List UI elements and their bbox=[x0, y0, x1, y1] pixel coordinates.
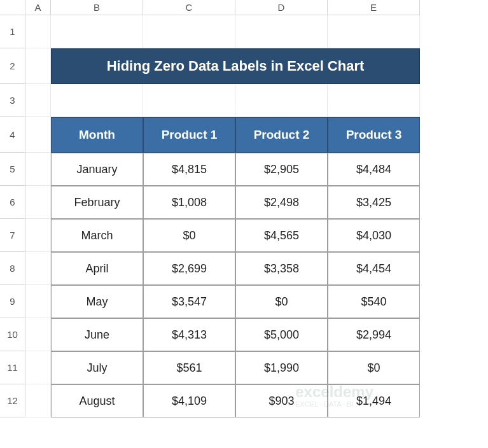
cell-a10[interactable] bbox=[25, 318, 51, 351]
cell-c7[interactable]: $0 bbox=[143, 219, 235, 252]
cell-d1[interactable] bbox=[235, 15, 328, 48]
row-header-10[interactable]: 10 bbox=[0, 318, 25, 351]
cell-a2[interactable] bbox=[25, 48, 51, 84]
cell-c9[interactable]: $3,547 bbox=[143, 285, 235, 318]
row-header-1[interactable]: 1 bbox=[0, 15, 25, 48]
cell-e11[interactable]: $0 bbox=[328, 351, 420, 384]
col-header-c[interactable]: C bbox=[143, 0, 235, 15]
cell-e5[interactable]: $4,484 bbox=[328, 153, 420, 186]
table-header-product1[interactable]: Product 1 bbox=[143, 117, 235, 153]
cell-d6[interactable]: $2,498 bbox=[235, 186, 328, 219]
row-header-4[interactable]: 4 bbox=[0, 117, 25, 153]
col-header-b[interactable]: B bbox=[51, 0, 143, 15]
cell-a12[interactable] bbox=[25, 384, 51, 417]
table-header-month[interactable]: Month bbox=[51, 117, 143, 153]
cell-a4[interactable] bbox=[25, 117, 51, 153]
cell-d12[interactable]: $903 bbox=[235, 384, 328, 417]
cell-c10[interactable]: $4,313 bbox=[143, 318, 235, 351]
row-header-11[interactable]: 11 bbox=[0, 351, 25, 384]
cell-d7[interactable]: $4,565 bbox=[235, 219, 328, 252]
cell-d10[interactable]: $5,000 bbox=[235, 318, 328, 351]
cell-d9[interactable]: $0 bbox=[235, 285, 328, 318]
row-header-2[interactable]: 2 bbox=[0, 48, 25, 84]
table-header-product3[interactable]: Product 3 bbox=[328, 117, 420, 153]
cell-d11[interactable]: $1,990 bbox=[235, 351, 328, 384]
row-header-12[interactable]: 12 bbox=[0, 384, 25, 417]
cell-e10[interactable]: $2,994 bbox=[328, 318, 420, 351]
cell-a11[interactable] bbox=[25, 351, 51, 384]
cell-c12[interactable]: $4,109 bbox=[143, 384, 235, 417]
cell-e7[interactable]: $4,030 bbox=[328, 219, 420, 252]
spreadsheet-grid: A B C D E 1 2 Hiding Zero Data Labels in… bbox=[0, 0, 488, 417]
title-banner[interactable]: Hiding Zero Data Labels in Excel Chart bbox=[51, 48, 420, 84]
cell-b3[interactable] bbox=[51, 84, 143, 117]
row-header-8[interactable]: 8 bbox=[0, 252, 25, 285]
cell-e9[interactable]: $540 bbox=[328, 285, 420, 318]
cell-c8[interactable]: $2,699 bbox=[143, 252, 235, 285]
cell-a5[interactable] bbox=[25, 153, 51, 186]
cell-c6[interactable]: $1,008 bbox=[143, 186, 235, 219]
cell-a1[interactable] bbox=[25, 15, 51, 48]
row-header-5[interactable]: 5 bbox=[0, 153, 25, 186]
cell-c1[interactable] bbox=[143, 15, 235, 48]
cell-b12[interactable]: August bbox=[51, 384, 143, 417]
cell-a9[interactable] bbox=[25, 285, 51, 318]
cell-b1[interactable] bbox=[51, 15, 143, 48]
cell-e1[interactable] bbox=[328, 15, 420, 48]
select-all-corner[interactable] bbox=[0, 0, 25, 15]
cell-c11[interactable]: $561 bbox=[143, 351, 235, 384]
cell-b5[interactable]: January bbox=[51, 153, 143, 186]
row-header-6[interactable]: 6 bbox=[0, 186, 25, 219]
col-header-e[interactable]: E bbox=[328, 0, 420, 15]
cell-c5[interactable]: $4,815 bbox=[143, 153, 235, 186]
cell-a7[interactable] bbox=[25, 219, 51, 252]
cell-b8[interactable]: April bbox=[51, 252, 143, 285]
cell-b10[interactable]: June bbox=[51, 318, 143, 351]
cell-b11[interactable]: July bbox=[51, 351, 143, 384]
cell-d8[interactable]: $3,358 bbox=[235, 252, 328, 285]
table-header-product2[interactable]: Product 2 bbox=[235, 117, 328, 153]
cell-e12[interactable]: $1,494 bbox=[328, 384, 420, 417]
col-header-a[interactable]: A bbox=[25, 0, 51, 15]
cell-e3[interactable] bbox=[328, 84, 420, 117]
col-header-d[interactable]: D bbox=[235, 0, 328, 15]
cell-b7[interactable]: March bbox=[51, 219, 143, 252]
cell-d5[interactable]: $2,905 bbox=[235, 153, 328, 186]
cell-a8[interactable] bbox=[25, 252, 51, 285]
row-header-7[interactable]: 7 bbox=[0, 219, 25, 252]
row-header-9[interactable]: 9 bbox=[0, 285, 25, 318]
cell-c3[interactable] bbox=[143, 84, 235, 117]
cell-e8[interactable]: $4,454 bbox=[328, 252, 420, 285]
cell-e6[interactable]: $3,425 bbox=[328, 186, 420, 219]
cell-b6[interactable]: February bbox=[51, 186, 143, 219]
cell-b9[interactable]: May bbox=[51, 285, 143, 318]
cell-a6[interactable] bbox=[25, 186, 51, 219]
row-header-3[interactable]: 3 bbox=[0, 84, 25, 117]
cell-a3[interactable] bbox=[25, 84, 51, 117]
cell-d3[interactable] bbox=[235, 84, 328, 117]
